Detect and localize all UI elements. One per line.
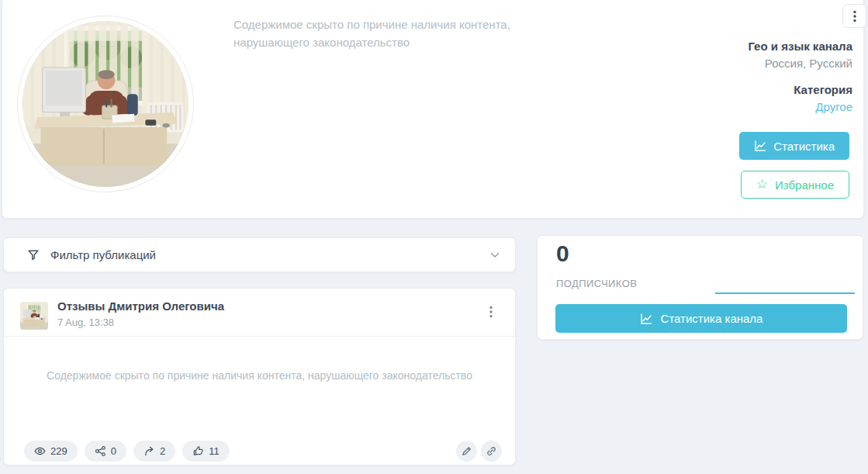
views-count: 229 bbox=[50, 445, 67, 457]
post-card: Отзывы Дмитрия Олеговича 7 Aug, 13:38 Со… bbox=[3, 288, 516, 465]
subscribers-label: ПОДПИСЧИКОВ bbox=[556, 278, 637, 289]
reactions-badge: 11 bbox=[182, 441, 230, 462]
star-icon: ☆ bbox=[756, 178, 768, 191]
pencil-icon bbox=[461, 445, 472, 457]
post-actions bbox=[456, 441, 502, 462]
post-channel-avatar[interactable] bbox=[20, 302, 48, 330]
channel-menu-button[interactable] bbox=[842, 4, 866, 28]
channel-hidden-notice: Содержимое скрыто по причине наличия кон… bbox=[233, 16, 589, 51]
edit-button[interactable] bbox=[456, 441, 477, 462]
reactions-count: 11 bbox=[209, 445, 220, 457]
statistics-button[interactable]: Статистика bbox=[739, 132, 849, 160]
shares-count: 0 bbox=[111, 445, 116, 457]
chart-icon bbox=[754, 140, 766, 152]
post-link-button[interactable] bbox=[481, 441, 502, 462]
filter-bar[interactable]: Фильтр публикаций bbox=[3, 237, 516, 272]
funnel-icon bbox=[27, 249, 40, 261]
geo-language-value: Россия, Русский bbox=[604, 57, 852, 70]
link-icon bbox=[486, 445, 497, 457]
geo-language-label: Гео и язык канала bbox=[604, 40, 852, 53]
kebab-icon bbox=[853, 10, 856, 22]
category-link[interactable]: Другое bbox=[815, 100, 852, 113]
channel-statistics-button[interactable]: Статистика канала bbox=[555, 304, 847, 333]
channel-info: Гео и язык канала Россия, Русский Катего… bbox=[604, 40, 852, 114]
forwards-icon bbox=[144, 445, 155, 457]
forwards-badge: 2 bbox=[133, 441, 175, 462]
views-icon bbox=[34, 445, 46, 457]
favorites-button-label: Избранное bbox=[775, 178, 834, 192]
shares-icon bbox=[95, 445, 106, 457]
views-badge: 229 bbox=[24, 441, 78, 462]
favorites-button[interactable]: ☆ Избранное bbox=[741, 171, 849, 199]
post-menu-button[interactable] bbox=[481, 302, 501, 322]
post-stats: 229 0 2 11 bbox=[24, 441, 230, 462]
chart-icon bbox=[640, 313, 652, 325]
channel-avatar[interactable] bbox=[17, 16, 194, 192]
post-channel-name[interactable]: Отзывы Дмитрия Олеговича bbox=[57, 299, 224, 313]
forwards-count: 2 bbox=[160, 445, 165, 457]
channel-statistics-button-label: Статистика канала bbox=[661, 312, 763, 325]
office-photo-illustration bbox=[22, 21, 188, 187]
statistics-button-label: Статистика bbox=[773, 140, 835, 153]
post-timestamp: 7 Aug, 13:38 bbox=[57, 317, 114, 328]
shares-badge: 0 bbox=[85, 441, 126, 462]
category-label: Категория bbox=[604, 83, 852, 96]
filter-bar-label: Фильтр публикаций bbox=[50, 248, 156, 261]
channel-avatar-photo bbox=[22, 21, 188, 187]
chevron-down-icon[interactable] bbox=[490, 252, 500, 258]
kebab-icon bbox=[489, 306, 493, 318]
office-photo-illustration bbox=[20, 302, 48, 330]
post-divider bbox=[4, 336, 515, 337]
reactions-icon bbox=[192, 445, 204, 457]
subscribers-sparkline bbox=[715, 292, 855, 294]
subscribers-count: 0 bbox=[556, 240, 569, 267]
subscribers-card: 0 ПОДПИСЧИКОВ Статистика канала bbox=[537, 235, 863, 340]
post-hidden-notice: Содержимое скрыто по причине наличия кон… bbox=[4, 369, 515, 382]
channel-header-card: Содержимое скрыто по причине наличия кон… bbox=[2, 0, 864, 219]
